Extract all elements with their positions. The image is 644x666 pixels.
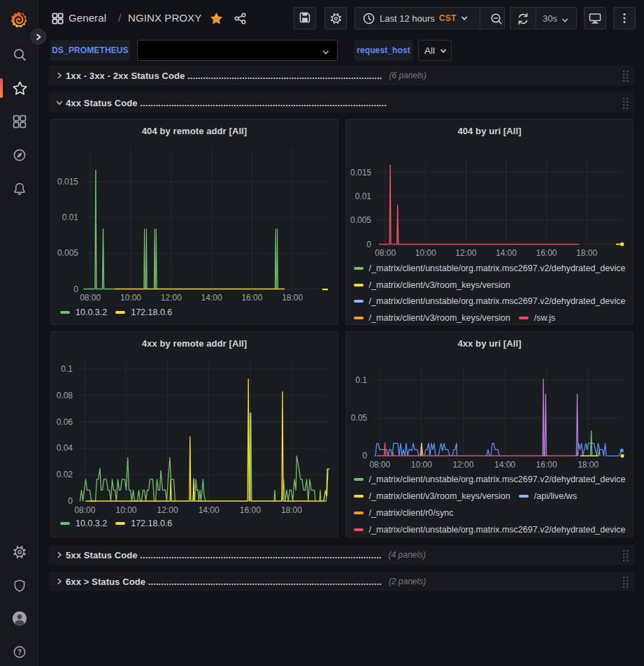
svg-text:?: ? <box>17 648 22 656</box>
